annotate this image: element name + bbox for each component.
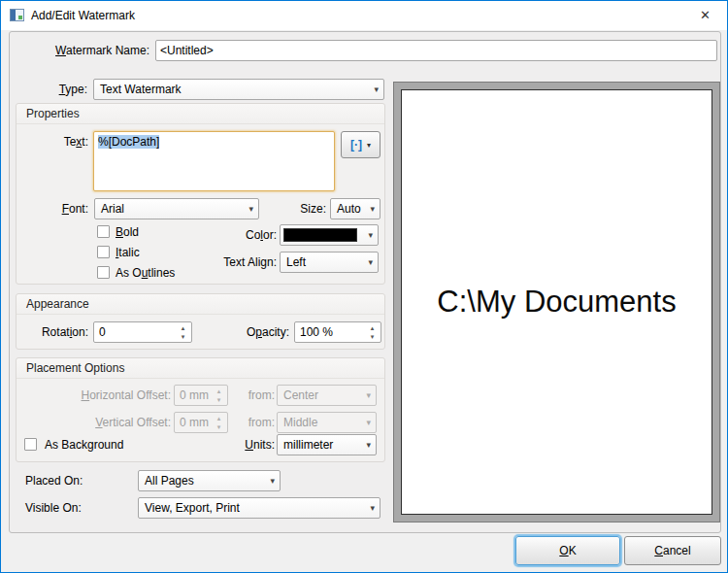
spin-up-icon[interactable]: ▴	[178, 323, 188, 332]
add-edit-watermark-dialog: Add/Edit Watermark ✕ Watermark Name: Typ…	[0, 0, 728, 573]
horizontal-offset-value: 0 mm	[180, 388, 209, 402]
opacity-label: Opacity:	[212, 321, 289, 343]
chevron-down-icon: ▾	[368, 253, 373, 272]
placed-on-dropdown[interactable]: All Pages ▾	[138, 470, 281, 491]
spin-up-icon[interactable]: ▴	[367, 323, 378, 332]
cancel-button[interactable]: Cancel	[624, 536, 721, 565]
dialog-body: Watermark Name: Type: Text Watermark ▾ P…	[9, 31, 721, 533]
vertical-offset-spinner: 0 mm ▴ ▾	[174, 412, 228, 433]
type-value: Text Watermark	[100, 83, 182, 96]
appearance-header: Appearance	[17, 294, 384, 315]
chevron-down-icon: ▾	[368, 225, 373, 245]
properties-header: Properties	[17, 104, 384, 124]
appearance-group: Appearance Rotation: 0 ▴ ▾ Opacity: 100 …	[16, 293, 385, 350]
as-outlines-label: As Outlines	[116, 264, 175, 282]
preview-panel: C:\My Documents	[393, 82, 720, 522]
spin-down-icon[interactable]: ▾	[178, 332, 188, 341]
ok-button[interactable]: OK	[515, 536, 620, 565]
text-align-label: Text Align:	[189, 252, 277, 273]
preview-page: C:\My Documents	[401, 89, 712, 515]
visible-on-label: Visible On:	[25, 497, 82, 519]
app-icon	[10, 9, 24, 21]
size-dropdown[interactable]: Auto ▾	[330, 198, 381, 219]
as-background-checkbox[interactable]	[24, 438, 37, 451]
chevron-down-icon: ▾	[366, 435, 371, 455]
rotation-spinner[interactable]: 0 ▴ ▾	[93, 321, 192, 343]
visible-on-dropdown[interactable]: View, Export, Print ▾	[138, 497, 381, 519]
bold-checkbox[interactable]	[97, 225, 110, 238]
placement-options-header: Placement Options	[17, 358, 384, 379]
placed-on-value: All Pages	[145, 474, 194, 488]
visible-on-value: View, Export, Print	[145, 501, 240, 515]
as-background-label: As Background	[45, 436, 123, 454]
horizontal-offset-label: Horizontal Offset:	[17, 385, 171, 406]
chevron-down-icon: ▾	[248, 199, 253, 219]
v-from-dropdown: Middle ▾	[277, 412, 377, 433]
chevron-down-icon: ▾	[370, 199, 375, 219]
vertical-offset-label: Vertical Offset:	[17, 412, 171, 433]
type-dropdown[interactable]: Text Watermark ▾	[93, 79, 384, 100]
h-from-label: from:	[226, 385, 275, 406]
text-align-dropdown[interactable]: Left ▾	[280, 252, 379, 273]
chevron-down-icon: ▾	[270, 471, 275, 490]
window-title: Add/Edit Watermark	[31, 1, 135, 30]
bold-label: Bold	[116, 223, 139, 241]
color-swatch	[283, 228, 357, 242]
chevron-down-icon: ▾	[370, 498, 375, 518]
h-from-dropdown: Center ▾	[277, 385, 377, 406]
chevron-down-icon: ▾	[366, 413, 371, 432]
watermark-name-input[interactable]	[155, 40, 717, 61]
italic-checkbox[interactable]	[97, 246, 110, 258]
chevron-down-icon: ▾	[367, 141, 371, 150]
properties-group: Properties Text: %[DocPath] [·] ▾ Font: …	[16, 103, 385, 285]
font-value: Arial	[101, 202, 124, 216]
spin-up-icon: ▴	[214, 414, 224, 422]
chevron-down-icon: ▾	[366, 386, 371, 405]
selected-text: %[DocPath]	[98, 135, 159, 149]
text-label: Text:	[17, 131, 88, 152]
watermark-preview-text: C:\My Documents	[437, 285, 676, 320]
spin-down-icon: ▾	[214, 395, 224, 404]
units-label: Units:	[226, 434, 275, 455]
h-from-value: Center	[283, 388, 318, 402]
chevron-down-icon: ▾	[374, 80, 379, 99]
opacity-spinner[interactable]: 100 % ▴ ▾	[294, 321, 381, 343]
rotation-label: Rotation:	[17, 321, 88, 343]
units-dropdown[interactable]: millimeter ▾	[277, 434, 377, 455]
color-dropdown[interactable]: ▾	[280, 224, 379, 246]
macro-button[interactable]: [·] ▾	[341, 131, 381, 158]
watermark-text-input[interactable]: %[DocPath]	[93, 131, 335, 191]
rotation-value: 0	[99, 325, 106, 339]
vertical-offset-value: 0 mm	[180, 416, 209, 429]
as-outlines-checkbox[interactable]	[97, 266, 110, 279]
title-bar: Add/Edit Watermark ✕	[1, 1, 727, 30]
spin-down-icon[interactable]: ▾	[367, 332, 378, 341]
font-dropdown[interactable]: Arial ▾	[94, 198, 259, 219]
size-label: Size:	[269, 198, 326, 219]
units-value: millimeter	[283, 438, 333, 452]
size-value: Auto	[337, 202, 361, 216]
v-from-value: Middle	[283, 416, 317, 429]
watermark-name-label: Watermark Name:	[10, 40, 149, 61]
close-icon[interactable]: ✕	[696, 1, 714, 30]
spin-up-icon: ▴	[214, 387, 224, 395]
macro-icon: [·]	[350, 139, 362, 151]
horizontal-offset-spinner: 0 mm ▴ ▾	[174, 385, 228, 406]
text-align-value: Left	[286, 255, 306, 269]
v-from-label: from:	[226, 412, 275, 433]
color-label: Color:	[199, 224, 277, 246]
placement-options-group: Placement Options Horizontal Offset: 0 m…	[16, 357, 385, 462]
spin-down-icon: ▾	[214, 422, 224, 431]
opacity-value: 100 %	[300, 325, 333, 339]
type-label: Type:	[10, 79, 87, 100]
font-label: Font:	[17, 198, 88, 219]
placed-on-label: Placed On:	[25, 470, 83, 491]
italic-label: Italic	[116, 244, 140, 261]
